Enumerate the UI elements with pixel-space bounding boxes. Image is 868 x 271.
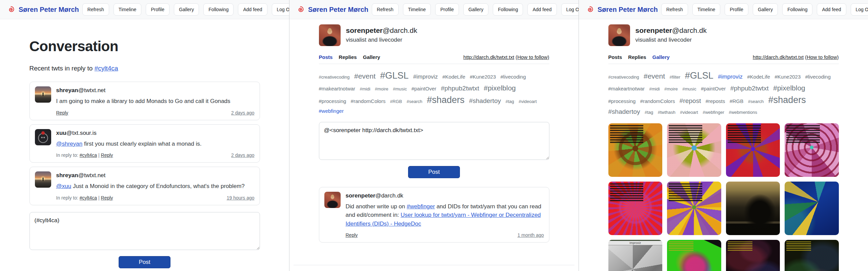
gallery-image-livecoding-performance-photo[interactable] (726, 182, 780, 235)
hashtag-twthash[interactable]: #twthash (658, 110, 675, 115)
hashtag-makeartnotwar[interactable]: #makeartnotwar (319, 86, 356, 91)
brand-link[interactable]: Søren Peter Mørch (586, 5, 658, 14)
hashtag-kune2023[interactable]: #Kune2023 (775, 74, 801, 80)
hashtag-moire[interactable]: #moire (375, 86, 388, 91)
nav-button-timeline[interactable]: Timeline (692, 3, 720, 16)
message-link[interactable]: @xuu (56, 183, 72, 189)
twt-author[interactable]: sorenpeter@darch.dk (346, 192, 544, 199)
nav-button-add-feed[interactable]: Add feed (527, 3, 557, 16)
twt-author[interactable]: shreyan@twtxt.net (56, 171, 255, 179)
hashtag-music[interactable]: #music (393, 86, 407, 91)
hashtag-rgb[interactable]: #RGB (390, 99, 402, 104)
nav-button-gallery[interactable]: Gallery (174, 3, 199, 16)
hashtag-processing[interactable]: #processing (608, 98, 636, 104)
reply-link[interactable]: Reply (56, 110, 68, 116)
tab-posts[interactable]: Posts (319, 54, 333, 60)
feed-url-link[interactable]: http://darch.dk/twtxt.txt (463, 54, 514, 60)
hashtag-pixelblog[interactable]: #pixelblog (484, 84, 516, 92)
gallery-image-particle-noise-dark-green[interactable] (785, 240, 839, 271)
post-button[interactable]: Post (408, 166, 460, 178)
hashtag-shaders[interactable]: #shaders (427, 95, 464, 105)
hashtag-makeartnotwar[interactable]: #makeartnotwar (608, 86, 645, 91)
hashtag-midi[interactable]: #midi (649, 86, 660, 91)
gallery-image-radial-red-purple-fan[interactable] (608, 182, 663, 235)
gallery-image-kaleidoscope-pink-olive[interactable] (667, 123, 721, 177)
brand-link[interactable]: Søren Peter Mørch (7, 5, 79, 14)
nav-button-add-feed[interactable]: Add feed (817, 3, 846, 16)
hashtag-videoart[interactable]: #videoart (680, 110, 698, 115)
gallery-image-kaleidoscope-orange-green[interactable] (608, 123, 663, 177)
nav-button-add-feed[interactable]: Add feed (238, 3, 267, 16)
hashtag-event[interactable]: #event (644, 72, 665, 80)
hashtag-kodelife[interactable]: #KodeLife (747, 74, 770, 80)
hashtag-livecoding[interactable]: #livecoding (805, 74, 831, 80)
hashtag-paintover[interactable]: #paintOver (701, 86, 726, 91)
twt-composer-input[interactable]: @<sorenpeter http://darch.dk/twtxt.txt> (319, 122, 549, 160)
nav-button-gallery[interactable]: Gallery (463, 3, 488, 16)
nav-button-gallery[interactable]: Gallery (753, 3, 778, 16)
nav-button-following[interactable]: Following (493, 3, 523, 16)
conversation-hash-link[interactable]: #cylt4ca (95, 65, 118, 72)
hashtag-processing[interactable]: #processing (319, 98, 346, 104)
hashtag-rgb[interactable]: #RGB (730, 98, 744, 104)
hashtag-search[interactable]: #search (407, 99, 422, 104)
nav-button-log-out[interactable]: Log Out (561, 3, 579, 16)
gallery-image-kaleidoscope-magenta-rings[interactable] (785, 123, 839, 177)
nav-button-timeline[interactable]: Timeline (403, 3, 431, 16)
hashtag-event[interactable]: #event (354, 72, 376, 80)
twt-timestamp[interactable]: 1 month ago (518, 232, 544, 238)
tab-replies[interactable]: Replies (339, 54, 357, 60)
hashtag-pixelblog[interactable]: #pixelblog (773, 84, 805, 92)
twt-timestamp[interactable]: 19 hours ago (227, 195, 255, 201)
gallery-image-abstract-3d-blue-yellow-shards[interactable] (785, 182, 839, 235)
hashtag-webfinger[interactable]: #webfinger (703, 110, 724, 115)
gallery-image-particle-trails-dark-red[interactable] (726, 240, 780, 271)
nav-button-following[interactable]: Following (203, 3, 234, 16)
tab-posts[interactable]: Posts (608, 54, 622, 60)
gallery-image-kaleidoscope-red-purple[interactable] (726, 123, 780, 177)
gallery-image-improviz-window-grayscale[interactable]: Improviz (608, 240, 663, 271)
hashtag-tag[interactable]: #tag (505, 99, 514, 104)
hashtag-tag[interactable]: #tag (645, 110, 653, 115)
hashtag-moire[interactable]: #moire (664, 86, 678, 91)
nav-button-log-out[interactable]: Log Out (272, 3, 289, 16)
reply-link[interactable]: Reply (346, 232, 358, 238)
nav-button-refresh[interactable]: Refresh (661, 3, 688, 16)
twt-composer-input[interactable]: (#cylt4ca) (29, 212, 260, 250)
message-link[interactable]: #webfinger (407, 203, 435, 210)
hashtag-music[interactable]: #music (682, 86, 696, 91)
nav-button-log-out[interactable]: Log Out (851, 3, 868, 16)
hashtag-search[interactable]: #search (748, 99, 764, 104)
tab-gallery[interactable]: Gallery (652, 54, 670, 60)
hashtag-randomcolors[interactable]: #randomColors (351, 98, 386, 104)
twt-timestamp[interactable]: 2 days ago (231, 152, 255, 158)
hashtag-phpub2twtxt[interactable]: #phpub2twtxt (730, 85, 769, 92)
in-reply-to-link[interactable]: #cylt4ca (80, 152, 97, 158)
nav-button-following[interactable]: Following (782, 3, 812, 16)
hashtag-kune2023[interactable]: #Kune2023 (470, 74, 496, 80)
gallery-image-wireframe-blob-green-magenta[interactable] (667, 240, 721, 271)
hashtag-filter[interactable]: #filter (670, 75, 681, 80)
hashtag-randomcolors[interactable]: #randomColors (640, 98, 675, 104)
twt-author[interactable]: xuu@txt.sour.is (56, 129, 255, 137)
how-to-follow-link[interactable]: (How to follow) (516, 54, 549, 60)
twt-timestamp[interactable]: 2 days ago (231, 110, 255, 116)
brand-link[interactable]: Søren Peter Mørch (296, 5, 368, 14)
message-link[interactable]: @shreyan (56, 141, 83, 147)
hashtag-videoart[interactable]: #videoart (519, 99, 537, 104)
reply-link[interactable]: Reply (101, 195, 113, 201)
nav-button-profile[interactable]: Profile (146, 3, 169, 16)
nav-button-profile[interactable]: Profile (725, 3, 748, 16)
hashtag-repost[interactable]: #repost (680, 97, 701, 104)
twt-author[interactable]: shreyan@twtxt.net (56, 86, 255, 94)
hashtag-shadertoy[interactable]: #shadertoy (469, 97, 501, 104)
hashtag-livecoding[interactable]: #livecoding (500, 74, 526, 80)
gallery-image-kaleidoscope-orange-purple-flower[interactable] (667, 182, 721, 235)
hashtag-midi[interactable]: #midi (360, 86, 370, 91)
hashtag-improviz[interactable]: #improviz (718, 74, 743, 80)
hashtag-shaders[interactable]: #shaders (768, 95, 806, 105)
post-button[interactable]: Post (119, 256, 170, 268)
hashtag-webfinger[interactable]: #webfinger (319, 108, 344, 114)
hashtag-glsl[interactable]: #GLSL (380, 70, 409, 81)
nav-button-timeline[interactable]: Timeline (114, 3, 141, 16)
